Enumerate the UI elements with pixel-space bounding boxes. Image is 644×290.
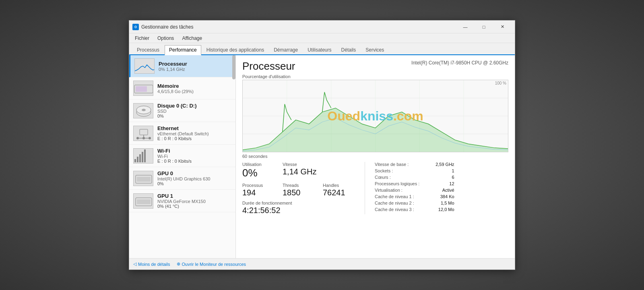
spec-vitesse-base-key: Vitesse de base : xyxy=(375,162,409,167)
close-button[interactable]: ✕ xyxy=(493,21,512,33)
stat-vitesse: Vitesse 1,14 GHz xyxy=(283,162,316,178)
footer-less-details[interactable]: ◁ Moins de détails xyxy=(133,261,170,267)
tab-demarrage[interactable]: Démarrage xyxy=(269,45,302,54)
spec-sockets-val: 1 xyxy=(452,168,454,173)
stats-secondary-row: Processus 194 Threads 1850 Handles 76241 xyxy=(242,183,355,197)
maximize-button[interactable]: □ xyxy=(475,21,493,33)
wifi-speed: E : 0 R : 0 Kbits/s xyxy=(157,159,231,164)
gpu0-info: GPU 0 Intel(R) UHD Graphics 630 0% xyxy=(157,170,231,186)
memoire-name: Mémoire xyxy=(157,83,231,89)
memoire-thumb xyxy=(133,81,153,96)
tab-historique[interactable]: Historique des applications xyxy=(202,45,268,54)
sidebar-item-ethernet[interactable]: Ethernet vEthernet (Default Switch) E : … xyxy=(129,122,235,145)
minimize-button[interactable]: — xyxy=(456,21,475,33)
disque-type: SSD xyxy=(157,109,231,114)
scrollbar-thumb[interactable] xyxy=(232,55,235,79)
tab-utilisateurs[interactable]: Utilisateurs xyxy=(303,45,336,54)
handles-label: Handles xyxy=(323,183,355,188)
stat-handles: Handles 76241 xyxy=(323,183,355,197)
sidebar-item-gpu0[interactable]: GPU 0 Intel(R) UHD Graphics 630 0% xyxy=(129,167,235,190)
tab-services[interactable]: Services xyxy=(361,45,388,54)
spec-vitesse-base: Vitesse de base : 2,59 GHz xyxy=(375,162,454,167)
stat-threads: Threads 1850 xyxy=(283,183,315,197)
tab-bar: Processus Performance Historique des app… xyxy=(129,43,515,55)
spec-l3-key: Cache de niveau 3 : xyxy=(375,207,414,212)
spec-l2: Cache de niveau 2 : 1,5 Mo xyxy=(375,201,454,205)
chart-max-label: 100 % xyxy=(495,81,506,85)
processeur-info: Processeur 0% 1,14 GHz xyxy=(159,61,231,72)
spec-logiques-val: 12 xyxy=(449,181,454,186)
svg-point-4 xyxy=(142,109,146,111)
memoire-usage: 4,6/15,8 Go (29%) xyxy=(157,89,231,94)
spec-sockets-key: Sockets : xyxy=(375,168,393,173)
tab-processus[interactable]: Processus xyxy=(132,45,164,54)
main-title: Processeur xyxy=(242,60,295,72)
spec-l2-key: Cache de niveau 2 : xyxy=(375,201,414,205)
spec-l1-key: Cache de niveau 1 : xyxy=(375,194,414,199)
wifi-bar-1 xyxy=(134,159,136,162)
spec-l3-val: 12,0 Mo xyxy=(438,207,454,212)
chart-time-label: 60 secondes xyxy=(242,154,508,159)
ethernet-name: Ethernet xyxy=(157,125,231,131)
app-icon: ⚙ xyxy=(132,24,139,30)
wifi-bar-2 xyxy=(137,157,138,162)
svg-point-9 xyxy=(142,137,145,139)
utilisation-value: 0% xyxy=(242,168,275,178)
gpu0-thumb xyxy=(133,171,153,186)
svg-rect-12 xyxy=(137,177,151,182)
stats-left: Utilisation 0% Vitesse 1,14 GHz Processu… xyxy=(242,162,355,214)
spec-virt-val: Activé xyxy=(442,188,454,193)
tab-details[interactable]: Détails xyxy=(337,45,361,54)
processus-label: Processus xyxy=(242,183,275,188)
vitesse-label: Vitesse xyxy=(283,162,316,167)
spec-coeurs-val: 6 xyxy=(452,175,454,180)
sidebar: Processeur 0% 1,14 GHz Mémoire 4,6/ xyxy=(129,55,236,258)
processeur-usage: 0% 1,14 GHz xyxy=(159,67,231,72)
utilisation-label: Utilisation xyxy=(242,162,275,167)
disque-info: Disque 0 (C: D:) SSD 0% xyxy=(157,103,231,118)
monitor-icon: ⊕ xyxy=(177,261,180,267)
taskmanager-window: ⚙ Gestionnaire des tâches — □ ✕ Fichier … xyxy=(129,20,515,270)
wifi-info: Wi-Fi Wi-Fi E : 0 R : 0 Kbits/s xyxy=(157,148,231,164)
tab-performance[interactable]: Performance xyxy=(165,45,201,55)
disque-usage: 0% xyxy=(157,114,231,118)
wifi-bar-5 xyxy=(144,149,146,162)
specs-col: Vitesse de base : 2,59 GHz Sockets : 1 C… xyxy=(375,162,454,214)
stats-main-row: Utilisation 0% Vitesse 1,14 GHz xyxy=(242,162,355,178)
gpu1-name: GPU 1 xyxy=(157,193,231,199)
uptime-label: Durée de fonctionnement xyxy=(242,201,355,205)
svg-point-10 xyxy=(149,137,151,139)
menu-affichage[interactable]: Affichage xyxy=(180,35,204,42)
gpu1-info: GPU 1 NVIDIA GeForce MX150 0% (41 °C) xyxy=(157,193,231,209)
sidebar-item-processeur[interactable]: Processeur 0% 1,14 GHz xyxy=(129,55,235,77)
ethernet-switch: vEthernet (Default Switch) xyxy=(157,131,231,136)
gpu0-usage: 0% xyxy=(157,181,231,186)
gpu1-model: NVIDIA GeForce MX150 xyxy=(157,199,231,204)
spec-sockets: Sockets : 1 xyxy=(375,168,454,173)
spec-l3: Cache de niveau 3 : 12,0 Mo xyxy=(375,207,454,212)
sidebar-item-memoire[interactable]: Mémoire 4,6/15,8 Go (29%) xyxy=(129,77,235,99)
content-area: Processeur 0% 1,14 GHz Mémoire 4,6/ xyxy=(129,55,515,258)
ethernet-thumb xyxy=(133,126,153,141)
menu-fichier[interactable]: Fichier xyxy=(132,35,152,42)
disque-name: Disque 0 (C: D:) xyxy=(157,103,231,109)
menu-options[interactable]: Options xyxy=(155,35,176,42)
svg-rect-1 xyxy=(136,86,147,92)
menu-bar: Fichier Options Affichage xyxy=(129,33,515,43)
gpu0-model: Intel(R) UHD Graphics 630 xyxy=(157,176,231,181)
sidebar-item-gpu1[interactable]: GPU 1 NVIDIA GeForce MX150 0% (41 °C) xyxy=(129,190,235,212)
footer-monitor[interactable]: ⊕ Ouvrir le Moniteur de ressources xyxy=(177,261,246,267)
ethernet-speed: E : 0 R : 0 Kbits/s xyxy=(157,136,231,141)
spec-l2-val: 1,5 Mo xyxy=(441,201,454,205)
sidebar-item-wifi[interactable]: Wi-Fi Wi-Fi E : 0 R : 0 Kbits/s xyxy=(129,145,235,167)
handles-value: 76241 xyxy=(323,188,355,197)
sidebar-item-disque[interactable]: Disque 0 (C: D:) SSD 0% xyxy=(129,99,235,122)
vitesse-value: 1,14 GHz xyxy=(283,168,316,176)
spec-coeurs-key: Cœurs : xyxy=(375,175,391,180)
spec-vitesse-base-val: 2,59 GHz xyxy=(436,162,454,167)
cpu-name: Intel(R) Core(TM) i7-9850H CPU @ 2.60GHz xyxy=(411,60,508,66)
spec-coeurs: Cœurs : 6 xyxy=(375,175,454,180)
uptime-value: 4:21:56:52 xyxy=(242,206,355,214)
stats-divider xyxy=(365,162,365,214)
wifi-bar-3 xyxy=(139,154,141,162)
